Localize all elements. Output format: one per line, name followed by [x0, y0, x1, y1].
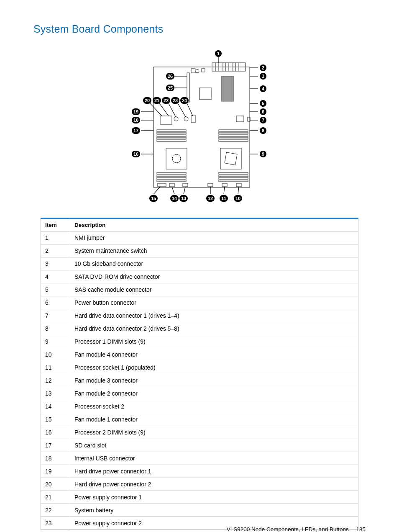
document-page: System Board Components	[0, 0, 399, 532]
cell-item: 19	[41, 465, 70, 478]
svg-rect-24	[219, 130, 248, 131]
svg-rect-39	[219, 177, 248, 179]
cell-item: 17	[41, 439, 70, 452]
table-row: 22System battery	[41, 504, 358, 517]
cell-item: 3	[41, 257, 70, 270]
cell-item: 8	[41, 322, 70, 335]
svg-line-70	[172, 187, 174, 194]
cell-description: Fan module 2 connector	[70, 387, 358, 400]
callout-number: 10	[235, 196, 240, 201]
callout-number: 15	[151, 196, 156, 201]
cell-description: Hard drive power connector 1	[70, 465, 358, 478]
col-header-item: Item	[41, 218, 70, 231]
svg-line-74	[238, 187, 239, 194]
footer-section-title: VLS9200 Node Components, LEDs, and Butto…	[227, 526, 349, 532]
svg-rect-34	[157, 175, 186, 177]
callout-number: 7	[262, 118, 264, 123]
system-board-diagram: 1234567891011121314151617181920212223242…	[124, 47, 275, 206]
svg-rect-48	[187, 73, 189, 102]
page-footer: VLS9200 Node Components, LEDs, and Butto…	[227, 526, 366, 532]
callout-number: 13	[181, 196, 186, 201]
svg-point-10	[196, 69, 199, 73]
callout-number: 21	[154, 98, 159, 103]
svg-rect-42	[169, 183, 174, 187]
callout-number: 25	[168, 85, 173, 90]
cell-item: 15	[41, 413, 70, 426]
cell-item: 11	[41, 361, 70, 374]
table-row: 6Power button connector	[41, 296, 358, 309]
svg-rect-40	[219, 180, 248, 182]
callout-number: 17	[133, 128, 138, 133]
svg-rect-45	[222, 183, 227, 187]
table-row: 21Power supply connector 1	[41, 491, 358, 504]
table-row: 10Fan module 4 connector	[41, 348, 358, 361]
cell-item: 14	[41, 400, 70, 413]
svg-rect-29	[166, 148, 187, 169]
svg-rect-15	[160, 116, 172, 124]
callout-number: 8	[262, 128, 264, 133]
components-table: Item Description 1NMI jumper2System main…	[41, 218, 358, 530]
svg-rect-33	[157, 172, 186, 174]
svg-rect-18	[191, 115, 195, 123]
cell-item: 9	[41, 335, 70, 348]
cell-item: 2	[41, 244, 70, 257]
callout-number: 14	[172, 196, 177, 201]
callout-number: 1	[217, 51, 220, 56]
callout-number: 9	[262, 152, 264, 157]
callout-number: 3	[262, 74, 264, 79]
svg-rect-21	[157, 135, 186, 136]
cell-description: NMI jumper	[70, 231, 358, 244]
svg-rect-25	[219, 132, 248, 134]
callout-number: 12	[208, 196, 213, 201]
table-header-row: Item Description	[41, 218, 358, 231]
cell-item: 10	[41, 348, 70, 361]
table-row: 7Hard drive data connector 1 (drives 1–4…	[41, 309, 358, 322]
svg-rect-13	[236, 116, 244, 122]
svg-rect-11	[202, 69, 205, 72]
table-row: 2System maintenance switch	[41, 244, 358, 257]
svg-rect-30	[220, 148, 241, 169]
svg-line-63	[169, 103, 176, 118]
cell-description: Power supply connector 1	[70, 491, 358, 504]
svg-rect-43	[183, 183, 188, 187]
svg-line-69	[153, 187, 160, 194]
cell-item: 7	[41, 309, 70, 322]
cell-item: 6	[41, 296, 70, 309]
cell-item: 23	[41, 517, 70, 530]
table-row: 9Processor 1 DIMM slots (9)	[41, 335, 358, 348]
cell-item: 4	[41, 270, 70, 283]
table-row: 11Processor socket 1 (populated)	[41, 361, 358, 374]
svg-line-64	[178, 103, 186, 118]
callout-number: 19	[133, 109, 138, 114]
cell-description: Internal USB connector	[70, 452, 358, 465]
cell-description: Processor 1 DIMM slots (9)	[70, 335, 358, 348]
callout-number: 11	[221, 196, 226, 201]
cell-description: 10 Gb sideband connector	[70, 257, 358, 270]
cell-description: SATA DVD-ROM drive connector	[70, 270, 358, 283]
svg-rect-35	[157, 177, 186, 179]
svg-line-65	[187, 103, 193, 116]
table-row: 12Fan module 3 connector	[41, 374, 358, 387]
callout-number: 6	[262, 109, 264, 114]
cell-item: 21	[41, 491, 70, 504]
cell-description: Hard drive data connector 2 (drives 5–8)	[70, 322, 358, 335]
table-row: 20Hard drive power connector 2	[41, 478, 358, 491]
cell-description: System battery	[70, 504, 358, 517]
svg-rect-9	[191, 69, 195, 73]
table-row: 13Fan module 2 connector	[41, 387, 358, 400]
svg-rect-20	[157, 132, 186, 134]
cell-description: Hard drive power connector 2	[70, 478, 358, 491]
callout-number: 20	[145, 98, 150, 103]
callout-number: 16	[133, 152, 138, 157]
cell-item: 20	[41, 478, 70, 491]
table-row: 14Processor socket 2	[41, 400, 358, 413]
footer-page-number: 185	[356, 526, 366, 532]
svg-point-31	[172, 154, 181, 163]
cell-item: 13	[41, 387, 70, 400]
cell-description: SD card slot	[70, 439, 358, 452]
cell-description: Fan module 3 connector	[70, 374, 358, 387]
callout-number: 5	[262, 101, 264, 106]
cell-item: 1	[41, 231, 70, 244]
callout-number: 24	[182, 98, 187, 103]
table-row: 17SD card slot	[41, 439, 358, 452]
